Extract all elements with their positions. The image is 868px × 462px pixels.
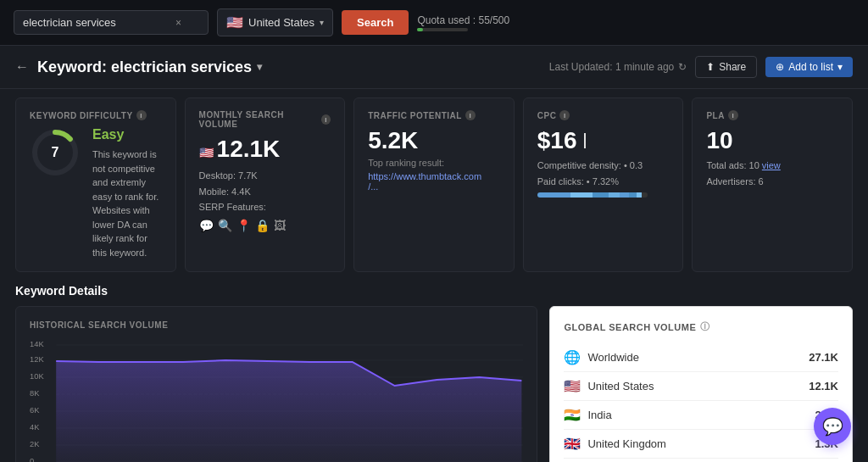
worldwide-value: 27.1K bbox=[809, 351, 838, 364]
gsv-row-worldwide: 🌐 Worldwide 27.1K bbox=[564, 343, 838, 372]
quota-label: Quota used : 55/500 bbox=[417, 14, 509, 26]
keyword-header: ← Keyword: electrician services ▾ Last U… bbox=[0, 46, 868, 89]
back-button[interactable]: ← bbox=[15, 59, 29, 75]
details-section: Keyword Details HISTORICAL SEARCH VOLUME… bbox=[0, 281, 868, 462]
pla-details: Total ads: 10 view Advertisers: 6 bbox=[706, 158, 838, 189]
header-right: Last Updated: 1 minute ago ↻ ⬆ Share ⊕ A… bbox=[549, 56, 853, 78]
country-label: United States bbox=[248, 16, 314, 29]
msv-label: MONTHLY SEARCH VOLUME i bbox=[199, 110, 331, 129]
gsv-card: GLOBAL SEARCH VOLUME ⓘ 🌐 Worldwide 27.1K… bbox=[549, 306, 853, 462]
msv-info-icon[interactable]: i bbox=[321, 114, 331, 125]
cpc-label: CPC i bbox=[537, 110, 670, 120]
cpc-details: Competitive density: • 0.3 Paid clicks: … bbox=[537, 158, 670, 189]
us-value: 12.1K bbox=[809, 380, 838, 392]
historical-chart-card: HISTORICAL SEARCH VOLUME 14K 12K 10K 8K … bbox=[15, 306, 537, 462]
tp-sub: Top ranking result: bbox=[368, 158, 500, 168]
gsv-label: GLOBAL SEARCH VOLUME ⓘ bbox=[564, 320, 838, 333]
uk-flag: 🇬🇧 bbox=[564, 436, 581, 452]
chat-icon: 💬 bbox=[822, 416, 843, 437]
india-label: India bbox=[587, 409, 611, 421]
svg-text:8K: 8K bbox=[30, 389, 40, 398]
chevron-down-icon: ▾ bbox=[320, 18, 324, 27]
clear-icon[interactable]: × bbox=[175, 17, 181, 29]
keyword-title-wrap: ← Keyword: electrician services ▾ bbox=[15, 58, 262, 76]
quota-bar-fill bbox=[417, 28, 423, 31]
chart-label: HISTORICAL SEARCH VOLUME bbox=[30, 320, 523, 330]
serp-icons: 💬 🔍 📍 🔒 🖼 bbox=[199, 219, 331, 232]
search-button[interactable]: Search bbox=[342, 10, 409, 35]
svg-marker-18 bbox=[56, 360, 521, 462]
last-updated: Last Updated: 1 minute ago ↻ bbox=[549, 61, 687, 73]
svg-text:6K: 6K bbox=[30, 406, 40, 415]
search-input[interactable] bbox=[23, 16, 175, 29]
add-list-chevron-icon: ▾ bbox=[837, 61, 843, 73]
quota-info: Quota used : 55/500 bbox=[417, 14, 509, 31]
metrics-row: KEYWORD DIFFICULTY i 7 Easy This keyword… bbox=[0, 89, 868, 281]
india-flag: 🇮🇳 bbox=[564, 407, 581, 423]
svg-text:12K: 12K bbox=[30, 355, 45, 364]
pla-card: PLA i 10 Total ads: 10 view Advertisers:… bbox=[692, 97, 853, 272]
gsv-row-uk: 🇬🇧 United Kingdom 1.3K bbox=[564, 430, 838, 459]
cpc-info-icon[interactable]: i bbox=[559, 110, 570, 120]
tp-card: TRAFFIC POTENTIAL i 5.2K Top ranking res… bbox=[353, 97, 515, 272]
pla-info-icon[interactable]: i bbox=[728, 110, 738, 120]
section-title: Keyword Details bbox=[15, 284, 853, 298]
tp-value: 5.2K bbox=[368, 127, 500, 154]
page-title: Keyword: electrician services ▾ bbox=[37, 58, 262, 76]
worldwide-label: Worldwide bbox=[587, 351, 638, 364]
svg-text:4K: 4K bbox=[30, 423, 40, 431]
location-serp-icon: 📍 bbox=[236, 219, 251, 232]
us-label: United States bbox=[587, 380, 654, 392]
cpc-indicator bbox=[584, 133, 586, 148]
uk-label: United Kingdom bbox=[587, 437, 666, 450]
kd-number: 7 bbox=[52, 145, 59, 160]
country-flag: 🇺🇸 bbox=[226, 14, 243, 31]
gsv-row-us: 🇺🇸 United States 12.1K bbox=[564, 372, 838, 401]
details-row: HISTORICAL SEARCH VOLUME 14K 12K 10K 8K … bbox=[15, 306, 853, 462]
kd-card: KEYWORD DIFFICULTY i 7 Easy This keyword… bbox=[15, 97, 176, 272]
kd-label: KEYWORD DIFFICULTY i bbox=[30, 110, 162, 120]
image-serp-icon: 🖼 bbox=[274, 219, 286, 232]
refresh-icon[interactable]: ↻ bbox=[678, 61, 687, 73]
circle-dot-icon: ⊕ bbox=[776, 61, 784, 73]
top-bar: × 🇺🇸 United States ▾ Search Quota used :… bbox=[0, 0, 868, 46]
msv-details: Desktop: 7.7K Mobile: 4.4K SERP Features… bbox=[199, 168, 331, 215]
msv-flag: 🇺🇸 bbox=[199, 146, 214, 159]
msv-card: MONTHLY SEARCH VOLUME i 🇺🇸12.1K Desktop:… bbox=[185, 97, 346, 272]
svg-text:14K: 14K bbox=[30, 340, 45, 348]
historical-chart-svg: 14K 12K 10K 8K 6K 4K 2K 0 bbox=[30, 338, 523, 462]
tp-label: TRAFFIC POTENTIAL i bbox=[368, 110, 500, 120]
search-serp-icon: 🔍 bbox=[218, 219, 232, 232]
tp-info-icon[interactable]: i bbox=[465, 110, 476, 120]
share-icon: ⬆ bbox=[706, 61, 715, 73]
chat-serp-icon: 💬 bbox=[199, 219, 214, 232]
kd-circle: 7 bbox=[30, 127, 81, 178]
cpc-card: CPC i $16 Competitive density: • 0.3 Pai… bbox=[523, 97, 684, 272]
cpc-value: $16 bbox=[537, 127, 670, 154]
gsv-row-au: 🇦🇺 Australia 1K bbox=[564, 459, 838, 462]
search-input-wrap: × bbox=[14, 10, 209, 35]
quota-bar bbox=[417, 28, 468, 31]
cpc-bar bbox=[537, 192, 648, 198]
add-to-list-button[interactable]: ⊕ Add to list ▾ bbox=[765, 57, 853, 77]
svg-text:2K: 2K bbox=[30, 440, 40, 448]
kd-info: Easy This keyword is not competitive and… bbox=[92, 127, 162, 259]
pla-value: 10 bbox=[706, 127, 838, 154]
tp-link[interactable]: https://www.thumbtack.com bbox=[368, 171, 500, 181]
title-chevron-icon[interactable]: ▾ bbox=[257, 61, 262, 73]
lock-serp-icon: 🔒 bbox=[255, 219, 270, 232]
gsv-row-india: 🇮🇳 India 2.9K bbox=[564, 401, 838, 430]
chat-button[interactable]: 💬 bbox=[814, 408, 851, 445]
pla-label: PLA i bbox=[706, 110, 838, 120]
kd-info-icon[interactable]: i bbox=[136, 110, 147, 120]
gsv-info-icon[interactable]: ⓘ bbox=[700, 320, 710, 333]
svg-text:0: 0 bbox=[30, 457, 34, 462]
share-button[interactable]: ⬆ Share bbox=[695, 56, 757, 78]
svg-text:10K: 10K bbox=[30, 372, 45, 381]
kd-description: This keyword is not competitive and extr… bbox=[92, 148, 162, 259]
msv-value: 🇺🇸12.1K bbox=[199, 136, 331, 163]
us-flag: 🇺🇸 bbox=[564, 378, 581, 394]
pla-view-link[interactable]: view bbox=[762, 160, 781, 170]
tp-link2[interactable]: /... bbox=[368, 181, 500, 192]
country-select[interactable]: 🇺🇸 United States ▾ bbox=[217, 8, 333, 36]
